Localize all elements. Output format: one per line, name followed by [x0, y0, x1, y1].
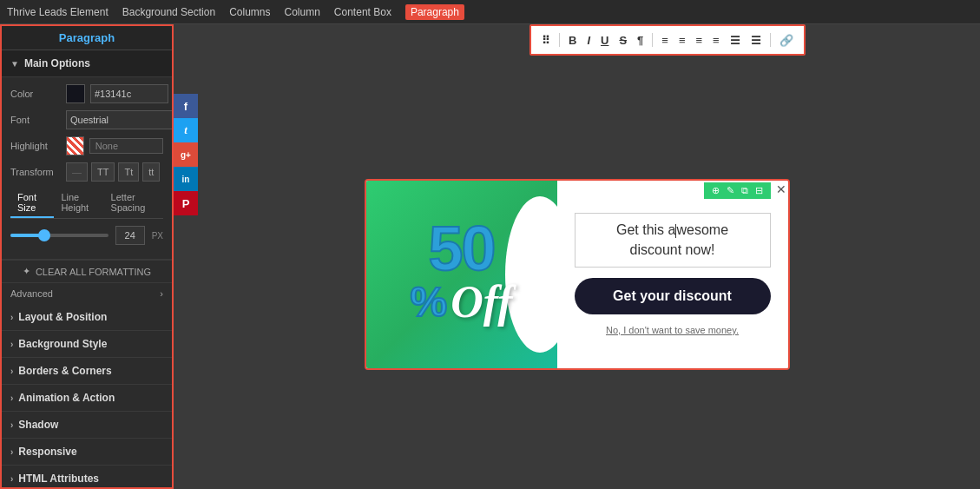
card-close-button[interactable]: ✕	[776, 182, 786, 196]
card-ctrl-clone[interactable]: ⧉	[739, 184, 751, 197]
font-tabs: Font Size Line Height Letter Spacing	[10, 188, 163, 219]
main-layout: ⠿ B I U S ¶ ≡ ≡ ≡ ≡ ☰ ☰ 🔗 Paragraph ▼ Ma…	[0, 24, 980, 489]
font-label: Font	[10, 115, 61, 125]
toolbar-list-ordered[interactable]: ☰	[747, 33, 765, 48]
section-background-style[interactable]: › Background Style	[2, 331, 172, 358]
highlight-swatch[interactable]	[66, 136, 84, 155]
card-ctrl-delete[interactable]: ⊟	[753, 184, 766, 197]
cta-button[interactable]: Get your discount	[575, 278, 771, 314]
toolbar-italic[interactable]: I	[583, 33, 594, 48]
toolbar-drag-handle[interactable]: ⠿	[538, 33, 554, 48]
section-borders-label: Borders & Corners	[18, 365, 111, 377]
toolbar-separator-3	[770, 33, 771, 47]
arrow-main-options: ▼	[10, 59, 19, 69]
font-size-value[interactable]	[115, 226, 145, 245]
social-sidebar: f t g+ in P	[174, 94, 198, 215]
toolbar-link[interactable]: 🔗	[776, 33, 797, 48]
toolbar-bold[interactable]: B	[565, 33, 580, 48]
transform-capitalize-btn[interactable]: Tt	[118, 162, 139, 182]
section-main-options-label: Main Options	[24, 57, 90, 69]
arrow-animation: ›	[10, 393, 13, 403]
clear-formatting-label: CLEAR ALL FORMATTING	[36, 267, 151, 277]
font-size-slider[interactable]	[10, 234, 109, 237]
toolbar-align-right[interactable]: ≡	[693, 33, 707, 48]
card-title-box: Get this awesomediscount now!	[575, 213, 771, 268]
toolbar-align-left[interactable]: ≡	[658, 33, 672, 48]
section-layout-position[interactable]: › Layout & Position	[2, 304, 172, 331]
card-ctrl-move[interactable]: ⊕	[709, 184, 722, 197]
color-input[interactable]	[90, 84, 168, 103]
decline-link[interactable]: No, I don't want to save money.	[606, 325, 739, 335]
nav-content-box[interactable]: Content Box	[334, 6, 391, 18]
left-sidebar: Paragraph ▼ Main Options Color Font ✏ Hi…	[0, 24, 174, 489]
card-header-controls: ⊕ ✎ ⧉ ⊟	[704, 182, 771, 199]
font-row: Font ✏	[10, 110, 163, 129]
percent-off-row: % Off	[411, 276, 513, 327]
nav-columns[interactable]: Columns	[229, 6, 270, 18]
slider-thumb[interactable]	[38, 229, 50, 241]
arrow-layout: ›	[10, 313, 13, 322]
arrow-background: ›	[10, 340, 13, 349]
toolbar-separator-1	[559, 33, 560, 47]
toolbar-separator-2	[652, 33, 653, 47]
font-input[interactable]	[66, 110, 174, 129]
advanced-row[interactable]: Advanced ›	[2, 282, 172, 304]
card-ctrl-edit[interactable]: ✎	[724, 184, 737, 197]
card-left-panel: 50 % Off	[366, 181, 557, 368]
nav-background-section[interactable]: Background Section	[122, 6, 215, 18]
white-blob-decoration	[505, 196, 557, 353]
section-html-attributes[interactable]: › HTML Attributes	[2, 466, 172, 489]
transform-off-btn[interactable]: —	[66, 162, 88, 182]
section-responsive-label: Responsive	[18, 446, 76, 458]
transform-lowercase-btn[interactable]: tt	[142, 162, 160, 182]
advanced-chevron-icon: ›	[160, 288, 163, 299]
section-main-options[interactable]: ▼ Main Options	[2, 50, 172, 77]
formatting-toolbar: ⠿ B I U S ¶ ≡ ≡ ≡ ≡ ☰ ☰ 🔗	[529, 24, 806, 56]
social-pinterest-btn[interactable]: P	[174, 191, 198, 215]
transform-row: Transform — TT Tt tt	[10, 162, 163, 182]
social-facebook-btn[interactable]: f	[174, 94, 198, 118]
font-size-unit: PX	[152, 231, 163, 241]
social-linkedin-btn[interactable]: in	[174, 167, 198, 191]
text-cursor	[675, 224, 676, 238]
font-size-slider-row: PX	[10, 226, 163, 245]
color-swatch[interactable]	[66, 84, 85, 103]
clear-formatting-btn[interactable]: ✦ CLEAR ALL FORMATTING	[2, 260, 172, 282]
toolbar-underline[interactable]: U	[597, 33, 612, 48]
highlight-value: None	[89, 138, 163, 154]
toolbar-paragraph[interactable]: ¶	[634, 33, 647, 48]
card-right-panel: Get this awesomediscount now! Get your d…	[557, 181, 788, 368]
toolbar-strikethrough[interactable]: S	[615, 33, 630, 48]
section-layout-label: Layout & Position	[18, 311, 107, 323]
section-responsive[interactable]: › Responsive	[2, 439, 172, 466]
transform-label: Transform	[10, 167, 61, 177]
transform-uppercase-btn[interactable]: TT	[91, 162, 115, 182]
advanced-label: Advanced	[10, 288, 53, 299]
letter-spacing-tab[interactable]: Letter Spacing	[104, 188, 163, 218]
toolbar-align-center[interactable]: ≡	[675, 33, 689, 48]
off-text: Off	[451, 276, 512, 327]
highlight-label: Highlight	[10, 141, 61, 151]
nav-column[interactable]: Column	[285, 6, 320, 18]
social-twitter-btn[interactable]: t	[174, 118, 198, 142]
font-size-tab[interactable]: Font Size	[10, 188, 54, 218]
arrow-html: ›	[10, 474, 13, 484]
discount-number: 50	[411, 221, 513, 277]
section-shadow-label: Shadow	[18, 419, 58, 431]
section-borders-corners[interactable]: › Borders & Corners	[2, 358, 172, 385]
section-html-label: HTML Attributes	[18, 472, 99, 485]
section-shadow[interactable]: › Shadow	[2, 412, 172, 439]
nav-paragraph[interactable]: Paragraph	[405, 4, 464, 20]
line-height-tab[interactable]: Line Height	[54, 188, 103, 218]
toolbar-list-unordered[interactable]: ☰	[727, 33, 744, 48]
card-headline[interactable]: Get this awesomediscount now!	[586, 221, 760, 260]
transform-group: — TT Tt tt	[66, 162, 160, 182]
nav-thrive-leads[interactable]: Thrive Leads Element	[7, 6, 109, 18]
section-animation-action[interactable]: › Animation & Action	[2, 385, 172, 412]
discount-display: 50 % Off	[411, 221, 513, 328]
arrow-shadow: ›	[10, 420, 13, 430]
social-google-plus-btn[interactable]: g+	[174, 142, 198, 167]
percent-sign: %	[411, 278, 448, 326]
toolbar-align-justify[interactable]: ≡	[709, 33, 723, 48]
preview-card: ✕ ⊕ ✎ ⧉ ⊟ 50 % Off	[365, 179, 790, 370]
